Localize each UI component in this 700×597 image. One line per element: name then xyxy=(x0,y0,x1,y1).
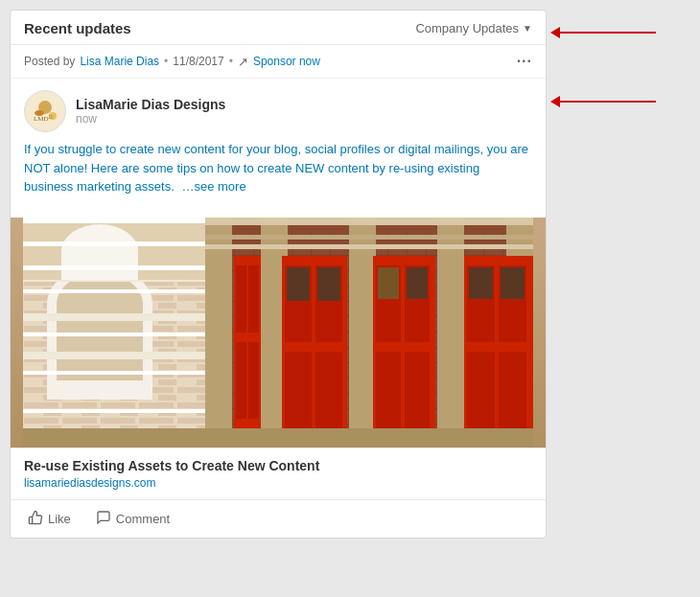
svg-rect-60 xyxy=(23,428,533,448)
recent-updates-widget: Recent updates Company Updates ▼ Posted … xyxy=(10,10,547,539)
post-date: 11/8/2017 xyxy=(173,55,223,68)
see-more-link[interactable]: …see more xyxy=(181,179,245,194)
like-button[interactable]: Like xyxy=(24,508,75,530)
svg-rect-23 xyxy=(23,333,234,336)
comment-icon xyxy=(96,510,111,528)
arrow-tip-2 xyxy=(550,96,560,107)
dot-separator-2: • xyxy=(229,55,233,68)
svg-rect-50 xyxy=(405,352,430,433)
widget-header: Recent updates Company Updates ▼ xyxy=(11,11,546,45)
svg-rect-37 xyxy=(236,342,246,419)
svg-rect-58 xyxy=(469,267,493,299)
post-body-text: If you struggle to create new content fo… xyxy=(24,142,528,194)
arrow-2 xyxy=(550,96,656,107)
building-image xyxy=(10,218,547,448)
svg-rect-56 xyxy=(467,352,495,433)
avatar: LMD D xyxy=(24,90,66,132)
svg-rect-25 xyxy=(23,409,234,413)
annotation-arrows xyxy=(550,10,656,107)
actions-bar: Like Comment xyxy=(11,499,546,538)
chevron-down-icon: ▼ xyxy=(523,23,532,34)
author-name[interactable]: LisaMarie Dias Designs xyxy=(76,97,225,112)
svg-rect-44 xyxy=(287,267,310,301)
like-label: Like xyxy=(48,512,71,526)
post-image xyxy=(10,218,547,448)
svg-text:D: D xyxy=(49,114,53,120)
svg-rect-31 xyxy=(349,218,376,448)
dropdown-label: Company Updates xyxy=(415,21,519,35)
svg-rect-14 xyxy=(23,313,234,321)
post-link-card: Re-use Existing Assets to Create New Con… xyxy=(11,448,546,499)
widget-title: Recent updates xyxy=(24,20,131,36)
sponsor-icon: ↗ xyxy=(238,55,248,69)
svg-rect-36 xyxy=(248,265,259,333)
more-options-button[interactable]: ··· xyxy=(517,53,532,70)
post-author-row: LMD D LisaMarie Dias Designs now xyxy=(24,90,532,132)
svg-rect-35 xyxy=(236,265,246,333)
svg-rect-38 xyxy=(248,342,259,419)
arrow-1 xyxy=(550,27,656,38)
svg-rect-59 xyxy=(501,267,525,299)
dot-separator-1: • xyxy=(164,55,168,68)
arrow-shaft-2 xyxy=(560,101,656,103)
svg-rect-52 xyxy=(407,267,428,299)
post-author-link[interactable]: Lisa Marie Dias xyxy=(80,55,159,68)
arrow-tip-1 xyxy=(550,27,560,38)
svg-text:LMD: LMD xyxy=(34,115,49,123)
svg-rect-32 xyxy=(437,218,464,448)
svg-rect-21 xyxy=(23,265,234,270)
svg-rect-29 xyxy=(205,218,232,448)
svg-rect-15 xyxy=(23,352,234,359)
svg-rect-57 xyxy=(499,352,526,433)
svg-rect-20 xyxy=(23,241,234,246)
comment-button[interactable]: Comment xyxy=(92,508,174,530)
link-title[interactable]: Re-use Existing Assets to Create New Con… xyxy=(24,458,532,473)
svg-rect-62 xyxy=(205,235,533,240)
comment-label: Comment xyxy=(116,512,170,526)
svg-rect-22 xyxy=(23,289,234,293)
svg-rect-63 xyxy=(205,244,533,249)
svg-rect-45 xyxy=(317,267,340,301)
post-text: If you struggle to create new content fo… xyxy=(24,140,532,196)
svg-rect-51 xyxy=(378,267,399,299)
svg-rect-61 xyxy=(205,218,533,225)
company-updates-dropdown[interactable]: Company Updates ▼ xyxy=(415,21,532,35)
sponsor-now-link[interactable]: Sponsor now xyxy=(253,55,320,68)
arrow-shaft-1 xyxy=(560,32,656,34)
posted-by-label: Posted by xyxy=(24,55,75,68)
post-time: now xyxy=(76,112,225,126)
svg-rect-24 xyxy=(23,371,234,375)
post-meta-bar: Posted by Lisa Marie Dias • 11/8/2017 • … xyxy=(11,45,546,79)
svg-rect-43 xyxy=(315,352,342,433)
svg-rect-42 xyxy=(285,352,312,433)
like-icon xyxy=(28,510,43,528)
post-author-info: LisaMarie Dias Designs now xyxy=(76,97,225,126)
link-url[interactable]: lisamariediasdesigns.com xyxy=(24,476,532,490)
post-content: LMD D LisaMarie Dias Designs now If you … xyxy=(11,79,546,210)
svg-rect-19 xyxy=(23,218,234,223)
svg-rect-49 xyxy=(376,352,401,433)
